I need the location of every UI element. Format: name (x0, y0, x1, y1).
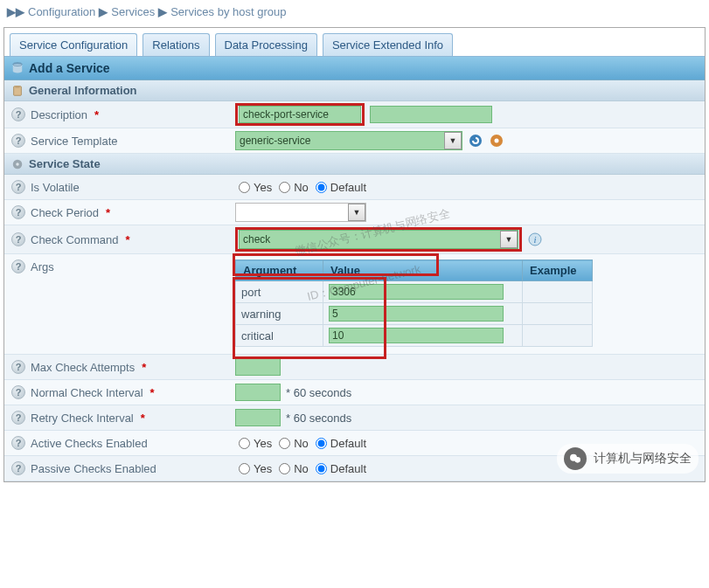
radio-yes[interactable] (239, 463, 250, 474)
svg-point-8 (16, 163, 19, 166)
gear-icon (11, 158, 24, 170)
radio-yes[interactable] (239, 438, 250, 449)
svg-point-4 (469, 135, 482, 147)
form-title-bar: Add a Service (4, 57, 705, 80)
help-icon[interactable]: ? (11, 385, 25, 399)
help-icon[interactable]: ? (11, 436, 25, 450)
args-table: Argument Value Example port warning (235, 259, 593, 347)
section-service-state: Service State (4, 154, 705, 175)
arg-example (523, 325, 593, 347)
gear-icon[interactable] (489, 133, 504, 149)
tab-service-configuration[interactable]: Service Configuration (10, 33, 137, 56)
help-icon[interactable]: ? (11, 411, 25, 425)
row-normal-interval: ? Normal Check Interval* * 60 seconds (4, 380, 705, 405)
arrow-icon: ▶ (99, 5, 108, 18)
label-normal-interval: Normal Check Interval (31, 386, 143, 399)
is-volatile-radios[interactable]: Yes No Default (235, 181, 366, 194)
service-template-value: generic-service (240, 135, 310, 147)
help-icon[interactable]: ? (11, 134, 25, 148)
section-general-info: General Information (4, 80, 705, 101)
arg-name: warning (236, 303, 323, 325)
label-args: Args (31, 260, 54, 273)
label-is-volatile: Is Volatile (31, 181, 80, 194)
row-max-attempts: ? Max Check Attempts* (4, 355, 705, 380)
tab-service-extended-info[interactable]: Service Extended Info (323, 33, 453, 56)
breadcrumb-config[interactable]: Configuration (28, 5, 95, 18)
clipboard-icon (11, 85, 24, 97)
check-command-select[interactable]: check ▼ (239, 230, 518, 249)
chevron-down-icon: ▼ (348, 204, 365, 221)
row-description: ? Description* (4, 101, 705, 128)
radio-no[interactable] (279, 438, 290, 449)
required-marker: * (94, 108, 99, 121)
required-marker: * (142, 361, 146, 374)
section-state-label: Service State (29, 157, 101, 170)
tab-data-processing[interactable]: Data Processing (215, 33, 317, 56)
required-marker: * (106, 206, 110, 219)
retry-interval-input[interactable] (235, 409, 281, 426)
chevron-down-icon: ▼ (444, 132, 462, 149)
arg-name: critical (236, 325, 323, 347)
refresh-icon[interactable] (468, 133, 483, 149)
help-icon[interactable]: ? (11, 107, 25, 121)
normal-interval-input[interactable] (235, 384, 281, 401)
arrow-icon: ▶▶ (7, 5, 24, 18)
label-description: Description (31, 108, 87, 121)
seconds-suffix: * 60 seconds (286, 386, 351, 399)
radio-yes[interactable] (239, 182, 250, 193)
breadcrumb-services[interactable]: Services (111, 5, 155, 18)
required-marker: * (141, 412, 145, 425)
help-icon[interactable]: ? (11, 205, 25, 219)
highlight-box: check ▼ (235, 227, 522, 252)
section-general-label: General Information (29, 84, 137, 97)
row-args: ? Args Argument Value Example port (4, 254, 705, 355)
args-row-port: port (236, 281, 593, 303)
required-marker: * (125, 233, 129, 246)
help-icon[interactable]: ? (11, 180, 25, 194)
tab-bar: Service Configuration Relations Data Pro… (4, 28, 705, 56)
help-icon[interactable]: ? (11, 461, 25, 475)
radio-no[interactable] (279, 463, 290, 474)
label-active-checks: Active Checks Enabled (31, 437, 148, 450)
radio-default[interactable] (316, 463, 327, 474)
args-col-argument: Argument (236, 260, 323, 281)
database-icon (11, 62, 24, 74)
label-service-template: Service Template (31, 135, 117, 148)
description-input[interactable] (239, 106, 361, 123)
radio-default[interactable] (316, 438, 327, 449)
check-command-value: check (243, 233, 270, 246)
row-retry-interval: ? Retry Check Interval* * 60 seconds (4, 405, 705, 431)
radio-default[interactable] (316, 182, 327, 193)
svg-point-12 (574, 457, 580, 463)
check-period-select[interactable]: ▼ (235, 203, 366, 222)
wechat-badge: 计算机与网络安全 (557, 444, 699, 474)
wechat-badge-text: 计算机与网络安全 (594, 451, 692, 467)
row-is-volatile: ? Is Volatile Yes No Default (4, 175, 705, 200)
form-title: Add a Service (29, 61, 110, 75)
label-check-period: Check Period (31, 206, 99, 219)
arg-value-input[interactable] (329, 284, 504, 300)
description-input-2[interactable] (370, 106, 492, 123)
arg-value-input[interactable] (329, 328, 504, 343)
help-icon[interactable]: ? (11, 232, 25, 246)
active-checks-radios[interactable]: Yes No Default (235, 437, 366, 450)
svg-point-6 (495, 139, 499, 143)
help-icon[interactable]: ? (11, 360, 25, 374)
arg-example (523, 303, 593, 325)
label-passive-checks: Passive Checks Enabled (31, 462, 156, 475)
row-check-period: ? Check Period* ▼ (4, 200, 705, 225)
passive-checks-radios[interactable]: Yes No Default (235, 462, 366, 475)
tab-relations[interactable]: Relations (142, 33, 209, 56)
arg-value-input[interactable] (329, 306, 504, 322)
help-icon[interactable]: ? (11, 259, 25, 273)
required-marker: * (150, 386, 155, 399)
arrow-icon: ▶ (158, 5, 167, 18)
info-icon[interactable]: i (527, 232, 543, 247)
radio-no[interactable] (279, 182, 290, 193)
breadcrumb-services-by-hostgroup[interactable]: Services by host group (170, 5, 286, 18)
svg-text:i: i (533, 234, 536, 245)
service-template-select[interactable]: generic-service ▼ (235, 131, 462, 150)
max-attempts-input[interactable] (235, 358, 281, 376)
label-check-command: Check Command (31, 233, 118, 246)
label-retry-interval: Retry Check Interval (31, 412, 134, 425)
